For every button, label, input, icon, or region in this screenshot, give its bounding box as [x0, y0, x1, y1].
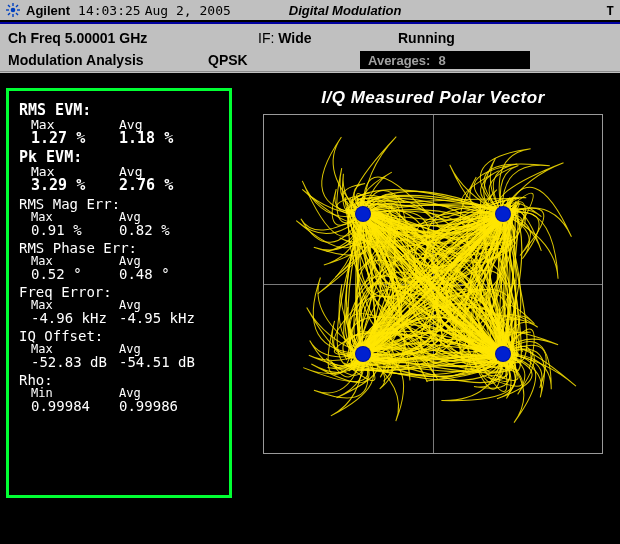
- analysis-label: Modulation Analysis: [0, 52, 200, 68]
- svg-line-7: [16, 5, 18, 7]
- stat-value: 0.82 %: [119, 223, 207, 237]
- plot-trajectory: [264, 115, 602, 453]
- stat-title: Freq Error:: [19, 285, 219, 299]
- stat-title: RMS Phase Err:: [19, 241, 219, 255]
- constellation-point: [496, 207, 510, 221]
- stat-value-row: 0.999840.99986: [31, 399, 219, 413]
- svg-line-5: [8, 5, 10, 7]
- constellation-point: [496, 347, 510, 361]
- stat-value-row: 1.27 %1.18 %: [31, 131, 219, 146]
- stat-value: 2.76 %: [119, 178, 207, 193]
- averages-label: Averages:: [368, 53, 430, 68]
- stat-value: 1.27 %: [31, 131, 119, 146]
- stat-value: 1.18 %: [119, 131, 207, 146]
- plot-title: I/Q Measured Polar Vector: [252, 88, 614, 108]
- polar-plot-panel: I/Q Measured Polar Vector: [252, 88, 614, 538]
- stat-value-row: -52.83 dB-54.51 dB: [31, 355, 219, 369]
- if-label: IF:: [258, 30, 274, 46]
- stats-panel: RMS EVM:MaxAvg1.27 %1.18 %Pk EVM:MaxAvg3…: [6, 88, 232, 498]
- stat-value-row: -4.96 kHz-4.95 kHz: [31, 311, 219, 325]
- clock-date: Aug 2, 2005: [145, 3, 231, 18]
- stat-value: -4.96 kHz: [31, 311, 119, 325]
- stat-value: 0.91 %: [31, 223, 119, 237]
- run-state: Running: [390, 30, 463, 46]
- brand-label: Agilent: [26, 3, 70, 18]
- polar-plot: [263, 114, 603, 454]
- ch-freq-label: Ch Freq: [8, 30, 61, 46]
- stat-value: 3.29 %: [31, 178, 119, 193]
- stat-value: -4.95 kHz: [119, 311, 207, 325]
- stat-value-row: 3.29 %2.76 %: [31, 178, 219, 193]
- stat-title: Rho:: [19, 373, 219, 387]
- stat-value: -54.51 dB: [119, 355, 207, 369]
- stat-title: Pk EVM:: [19, 150, 219, 165]
- measurement-mode: Digital Modulation: [289, 3, 402, 18]
- stat-value-row: 0.52 °0.48 °: [31, 267, 219, 281]
- stat-value: 0.99986: [119, 399, 207, 413]
- ch-freq-value: 5.00001 GHz: [65, 30, 148, 46]
- averages-value: 8: [438, 53, 445, 68]
- stat-value: 0.99984: [31, 399, 119, 413]
- stat-title: IQ Offset:: [19, 329, 219, 343]
- if-value: Wide: [278, 30, 311, 46]
- stat-value: 0.48 °: [119, 267, 207, 281]
- svg-point-0: [11, 8, 16, 13]
- trigger-indicator: T: [606, 3, 614, 18]
- stat-value: 0.52 °: [31, 267, 119, 281]
- averages-readout: Averages: 8: [360, 51, 530, 69]
- agilent-logo-icon: [6, 3, 20, 17]
- constellation-point: [356, 347, 370, 361]
- title-bar: Agilent 14:03:25 Aug 2, 2005 Digital Mod…: [0, 0, 620, 22]
- stat-title: RMS EVM:: [19, 103, 219, 118]
- stat-value: -52.83 dB: [31, 355, 119, 369]
- settings-bar: Ch Freq 5.00001 GHz IF: Wide Running Mod…: [0, 24, 620, 71]
- stat-title: RMS Mag Err:: [19, 197, 219, 211]
- modulation-type: QPSK: [200, 52, 340, 68]
- main-area: RMS EVM:MaxAvg1.27 %1.18 %Pk EVM:MaxAvg3…: [0, 76, 620, 544]
- clock-time: 14:03:25: [78, 3, 141, 18]
- svg-line-6: [16, 13, 18, 15]
- svg-line-8: [8, 13, 10, 15]
- constellation-point: [356, 207, 370, 221]
- stat-value-row: 0.91 %0.82 %: [31, 223, 219, 237]
